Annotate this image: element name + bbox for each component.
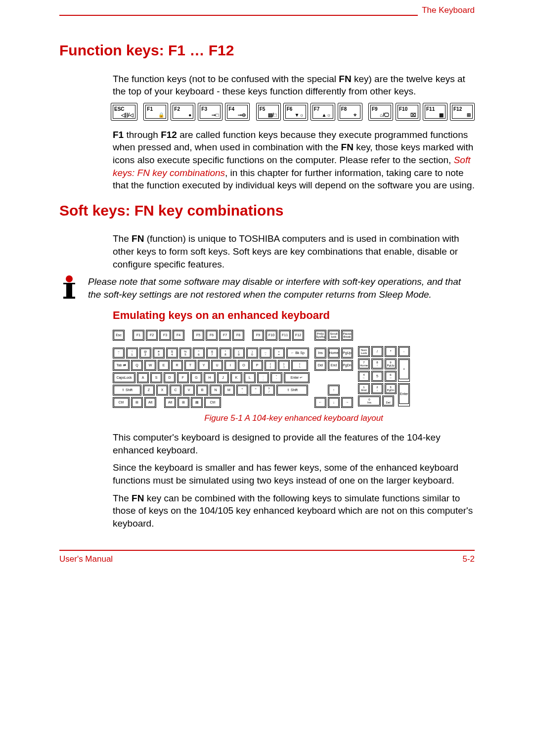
fkey: F3⊸□ [198, 103, 222, 121]
kb-key: J [217, 372, 229, 383]
kb-key: PgUp [341, 348, 353, 358]
kb-key: T [184, 360, 196, 371]
kb-key: PauseBreak [341, 330, 353, 341]
kb-key: M [223, 385, 235, 396]
kb-key: ⊞ [178, 397, 189, 408]
para-kb-3: The FN key can be combined with the foll… [113, 492, 475, 530]
kb-key: ~` [113, 348, 125, 358]
fkey: F1🔒 [143, 103, 168, 121]
kb-key: Ctrl [204, 397, 221, 408]
kb-key: Alt [144, 397, 156, 408]
footer-manual: User's Manual [59, 554, 113, 565]
kb-key: 2↓ [371, 383, 383, 394]
kb-key: 9PgUp [385, 358, 397, 369]
fkey: F4⊸⊖ [225, 103, 250, 121]
kb-key: → [341, 397, 353, 408]
kb-key: 5 [371, 371, 383, 382]
kb-key: X [156, 385, 168, 396]
kb-key: F2 [146, 330, 158, 341]
kb-key: PrtScSysRq [314, 330, 326, 341]
kb-key: %5 [179, 348, 191, 358]
kb-key: R [171, 360, 183, 371]
kb-key: += [273, 348, 285, 358]
kb-key: Tab ⇄ [113, 360, 130, 371]
kb-key: "' [270, 372, 282, 383]
fkey: F9⌂/🖵 [368, 103, 393, 121]
kb-key: NumLock [358, 346, 370, 357]
heading-emulating: Emulating keys on an enhanced keyboard [113, 308, 475, 323]
kb-key: Home [328, 348, 340, 358]
kb-key: F5 [192, 330, 204, 341]
kb-key: ^6 [193, 348, 205, 358]
para-fnkeys-intro: The function keys (not to be confused wi… [113, 73, 475, 98]
fkey: F8ᯤ [338, 103, 362, 121]
kb-key: F11 [279, 330, 291, 341]
fkey: F5▤/□ [256, 103, 281, 121]
kb-key: / [371, 346, 383, 357]
kb-key: Enter ↵ [284, 372, 310, 383]
kb-key: 4← [358, 371, 370, 382]
kb-key: !1 [126, 348, 138, 358]
kb-key: |\ [291, 360, 308, 371]
kb-key: S [150, 372, 162, 383]
footer-page: 5-2 [462, 554, 475, 565]
kb-key: A [137, 372, 149, 383]
kb-key: Ctrl [113, 397, 130, 408]
kb-key: C [170, 385, 181, 396]
kb-key: ?/ [263, 385, 275, 396]
kb-key: 1End [358, 383, 370, 394]
kb-key: F7 [219, 330, 231, 341]
kb-key: )0 [246, 348, 258, 358]
fkey: F2● [171, 103, 195, 121]
fkey: ESC◁))/◁ [111, 103, 137, 121]
kb-key: 3PgDn [385, 383, 397, 394]
kb-key: {[ [265, 360, 276, 371]
kb-key: $4 [166, 348, 178, 358]
kb-key: >. [250, 385, 262, 396]
kb-key: ← [314, 397, 326, 408]
kb-key: L [244, 372, 256, 383]
kb-key: CapsLock [113, 372, 135, 383]
para-kb-1: This computer's keyboard is designed to … [113, 431, 475, 456]
kb-key: + [398, 358, 410, 382]
kb-key: Scrolllock [328, 330, 340, 341]
kb-key: ▤ [191, 397, 203, 408]
kb-key: F8 [232, 330, 244, 341]
kb-key: Ins [314, 348, 326, 358]
kb-key: _- [260, 348, 271, 358]
kb-key: N [210, 385, 222, 396]
kb-key: (9 [233, 348, 245, 358]
kb-key: ⇧ Shift [113, 385, 141, 396]
kb-key: Alt [164, 397, 176, 408]
kb-key: ← Bk Sp [286, 348, 309, 358]
kb-key: F12 [292, 330, 304, 341]
note-text: Please note that some software may disab… [88, 275, 475, 301]
kb-key: F10 [266, 330, 277, 341]
kb-key: B [196, 385, 208, 396]
kb-key: F4 [173, 330, 184, 341]
fkey: F11▦ [423, 103, 447, 121]
kb-key: V [183, 385, 195, 396]
kb-key: ↓ [328, 397, 340, 408]
kb-key: E [158, 360, 170, 371]
kb-key: - [398, 346, 410, 357]
kb-key: Enter [398, 383, 410, 406]
fkey: F12⊞ [450, 103, 475, 121]
kb-key: Esc [113, 330, 125, 341]
kb-key: ↑ [328, 385, 340, 396]
heading-function-keys: Function keys: F1 … F12 [59, 41, 475, 61]
para-softkeys-intro: The FN (function) is unique to TOSHIBA c… [113, 232, 475, 270]
figure-caption: Figure 5-1 A 104-key enhanced keyboard l… [113, 413, 475, 424]
fkey: F10⌧ [396, 103, 420, 121]
kb-key: .Del [382, 396, 394, 406]
fkey-row-figure: ESC◁))/◁F1🔒F2●F3⊸□F4⊸⊖F5▤/□F6▼☼F7▲☼F8ᯤF9… [111, 103, 475, 121]
kb-key: K [230, 372, 242, 383]
kb-key: F9 [252, 330, 264, 341]
kb-key: #3 [153, 348, 165, 358]
kb-key: F3 [159, 330, 171, 341]
kb-key: W [144, 360, 156, 371]
header-section: The Keyboard [418, 5, 475, 16]
kb-key: ⇧ Shift [276, 385, 308, 396]
keyboard-104-figure: EscF1F2F3F4F5F6F7F8F9F10F11F12~`!1@2#3$4… [113, 330, 475, 408]
para-fnkeys-desc: F1 through F12 are called function keys … [113, 129, 475, 192]
